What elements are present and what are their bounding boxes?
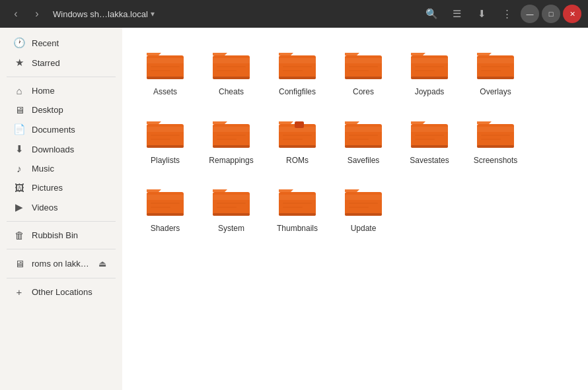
mount-icon: 🖥 <box>13 258 25 269</box>
pictures-icon: 🖼 <box>13 182 25 193</box>
svg-rect-17 <box>345 77 382 79</box>
title-dropdown[interactable]: ▾ <box>151 9 155 18</box>
sidebar-divider-4 <box>7 278 116 278</box>
svg-rect-47 <box>345 127 382 132</box>
starred-icon: ★ <box>13 57 25 69</box>
svg-rect-43 <box>283 135 312 136</box>
sidebar-item-pictures[interactable]: 🖼 Pictures <box>3 178 120 197</box>
svg-rect-6 <box>213 58 250 63</box>
forward-button[interactable]: › <box>28 5 46 23</box>
svg-rect-31 <box>147 127 184 132</box>
folder-item[interactable]: Remappings <box>202 110 261 172</box>
folder-item[interactable]: Assets <box>135 41 195 103</box>
minimize-button[interactable]: — <box>521 5 539 23</box>
sidebar-label-videos: Videos <box>32 203 58 212</box>
menu-button[interactable]: ⋮ <box>497 4 517 24</box>
sidebar-item-music[interactable]: ♪ Music <box>3 159 120 178</box>
title-text: Windows sh…lakka.local <box>53 9 148 19</box>
close-button[interactable]: ✕ <box>563 5 581 23</box>
folder-icon <box>210 46 252 83</box>
svg-rect-13 <box>283 66 312 67</box>
folder-icon <box>276 46 318 83</box>
sidebar-item-documents[interactable]: 📄 Documents <box>3 119 120 139</box>
sidebar-item-recent[interactable]: 🕐 Recent <box>3 33 120 53</box>
svg-rect-42 <box>279 145 316 148</box>
svg-rect-32 <box>147 145 184 148</box>
svg-rect-57 <box>477 127 514 132</box>
rubbish-icon: 🗑 <box>13 230 25 241</box>
window-title: Windows sh…lakka.local ▾ <box>53 9 422 19</box>
folders-grid: Assets Cheats Configfiles <box>135 41 575 240</box>
folder-label: Screenshots <box>474 156 518 166</box>
folder-item[interactable]: Configfiles <box>268 41 327 103</box>
folder-label: Shaders <box>151 224 180 234</box>
svg-rect-60 <box>481 139 501 140</box>
folder-item[interactable]: Joypads <box>400 41 459 103</box>
svg-rect-75 <box>283 207 303 208</box>
svg-rect-63 <box>147 213 184 216</box>
folder-icon <box>276 183 318 220</box>
sidebar-divider-2 <box>7 221 116 222</box>
search-button[interactable]: 🔍 <box>422 4 441 24</box>
svg-rect-72 <box>279 195 316 200</box>
folder-icon <box>474 46 517 83</box>
sidebar-item-videos[interactable]: ▶ Videos <box>3 197 120 217</box>
svg-rect-7 <box>213 77 250 79</box>
videos-icon: ▶ <box>13 201 25 213</box>
sidebar-item-mount[interactable]: 🖥 roms on lakk… ⏏ <box>3 253 120 274</box>
list-view-button[interactable]: ☰ <box>447 4 466 24</box>
recent-icon: 🕐 <box>13 37 25 49</box>
folder-label: Savefiles <box>348 156 380 166</box>
sidebar-label-downloads: Downloads <box>32 145 74 154</box>
svg-rect-8 <box>217 66 246 67</box>
folder-item[interactable]: Cores <box>334 41 393 103</box>
folder-label: Configfiles <box>279 87 316 98</box>
svg-rect-67 <box>213 195 250 200</box>
folder-label: ROMs <box>286 156 309 166</box>
sidebar-label-other-locations: Other Locations <box>32 287 92 297</box>
sort-button[interactable]: ⬇ <box>472 4 492 24</box>
svg-rect-2 <box>147 77 184 79</box>
folder-item[interactable]: System <box>202 178 261 240</box>
folder-item[interactable]: Thumbnails <box>268 178 327 240</box>
folder-item[interactable]: Screenshots <box>466 110 525 172</box>
sidebar-item-other-locations[interactable]: + Other Locations <box>3 282 120 302</box>
svg-rect-34 <box>151 139 170 140</box>
svg-rect-52 <box>411 127 448 132</box>
sidebar-item-starred[interactable]: ★ Starred <box>3 53 120 73</box>
folder-item[interactable]: Playlists <box>135 110 195 172</box>
sidebar-item-home[interactable]: ⌂ Home <box>3 81 120 100</box>
eject-button[interactable]: ⏏ <box>96 257 109 270</box>
folder-label: System <box>218 224 244 234</box>
folder-icon <box>342 46 385 83</box>
svg-rect-16 <box>345 58 382 63</box>
folder-item[interactable]: Cheats <box>202 41 261 103</box>
folder-icon <box>210 183 252 220</box>
svg-rect-54 <box>415 135 444 136</box>
svg-rect-65 <box>151 207 170 208</box>
svg-rect-37 <box>213 145 250 148</box>
sidebar-item-downloads[interactable]: ⬇ Downloads <box>3 139 120 159</box>
back-button[interactable]: ‹ <box>7 5 25 23</box>
folder-label: Cheats <box>219 87 244 98</box>
folder-item[interactable]: Update <box>334 178 393 240</box>
folder-item[interactable]: ROMs <box>268 110 327 172</box>
folder-item[interactable]: Savestates <box>400 110 459 172</box>
sidebar-item-rubbish[interactable]: 🗑 Rubbish Bin <box>3 226 120 245</box>
sidebar-label-starred: Starred <box>32 58 60 68</box>
svg-rect-11 <box>279 58 316 63</box>
folder-item[interactable]: Overlays <box>466 41 525 103</box>
svg-rect-77 <box>345 195 382 200</box>
svg-rect-68 <box>213 213 250 216</box>
sidebar-item-desktop[interactable]: 🖥 Desktop <box>3 100 120 119</box>
svg-rect-33 <box>151 135 180 136</box>
folder-item[interactable]: Shaders <box>135 178 195 240</box>
folder-label: Overlays <box>480 87 511 98</box>
svg-rect-39 <box>217 139 237 140</box>
folder-icon <box>144 46 186 83</box>
folder-icon <box>342 115 385 152</box>
sidebar-label-desktop: Desktop <box>32 105 63 115</box>
maximize-button[interactable]: □ <box>542 5 560 23</box>
folder-item[interactable]: Savefiles <box>334 110 393 172</box>
folder-icon <box>144 183 186 220</box>
